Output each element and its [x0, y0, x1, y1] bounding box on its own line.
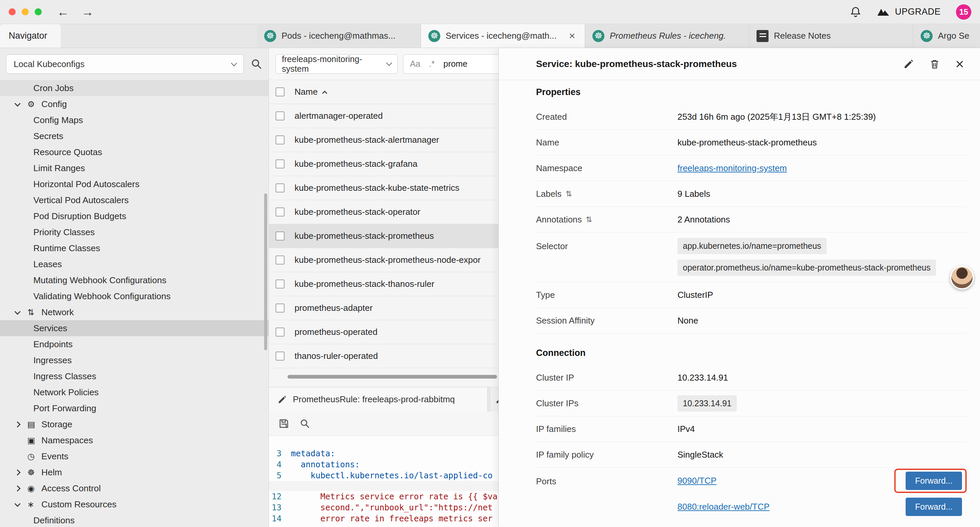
- row-checkbox[interactable]: [275, 255, 285, 264]
- save-icon[interactable]: [278, 418, 290, 429]
- row-checkbox[interactable]: [275, 207, 285, 217]
- upgrade-button[interactable]: UPGRADE: [877, 7, 941, 17]
- sidebar-tree-item[interactable]: Pod Disruption Budgets: [0, 208, 269, 224]
- port-link[interactable]: 9090/TCP: [678, 476, 716, 486]
- sidebar-tree-item[interactable]: ☸ Helm: [0, 464, 269, 480]
- labels-row: Labels ⇅ 9 Labels: [536, 181, 967, 207]
- edit-icon[interactable]: [903, 59, 914, 69]
- row-checkbox[interactable]: [275, 159, 285, 169]
- sidebar-tree-item[interactable]: Mutating Webhook Configurations: [0, 272, 269, 288]
- annotations-label: Annotations: [536, 215, 582, 225]
- tab[interactable]: Release Notes: [749, 24, 913, 48]
- namespace-filter-dropdown[interactable]: freeleaps-monitoring-system: [275, 54, 398, 74]
- sidebar-tree-item[interactable]: Secrets: [0, 128, 269, 144]
- mountains-icon: [877, 7, 889, 17]
- type-value: ClusterIP: [678, 290, 967, 300]
- sidebar-tree-item[interactable]: ◷ Events: [0, 448, 269, 464]
- sidebar-tree-item[interactable]: ⇅ Network: [0, 304, 269, 320]
- kubeconfig-selector[interactable]: Local Kubeconfigs: [6, 54, 244, 74]
- sidebar-tree-item[interactable]: ∗ Custom Resources: [0, 496, 269, 512]
- row-checkbox[interactable]: [275, 280, 285, 288]
- namespace-link[interactable]: freeleaps-monitoring-system: [678, 163, 787, 173]
- expand-collapse-icon[interactable]: ⇅: [566, 189, 572, 199]
- row-checkbox[interactable]: [275, 111, 285, 120]
- tab[interactable]: Prometheus Rules - icecheng...: [585, 24, 749, 48]
- editor-search-icon[interactable]: [299, 418, 310, 429]
- close-window-button[interactable]: [9, 8, 16, 15]
- sidebar-tree-item[interactable]: Config Maps: [0, 112, 269, 128]
- sidebar-tree-item[interactable]: Cron Jobs: [0, 80, 269, 96]
- tab[interactable]: Services - icecheng@math... ×: [421, 24, 585, 48]
- expand-collapse-icon[interactable]: ⇅: [586, 215, 592, 224]
- regex-toggle[interactable]: .*: [429, 59, 434, 69]
- annotations-value: 2 Annotations: [678, 215, 967, 225]
- sidebar-scrollbar[interactable]: [264, 193, 267, 350]
- account-count-badge[interactable]: 15: [956, 4, 971, 20]
- search-input[interactable]: prome: [443, 59, 467, 69]
- forward-button[interactable]: Forward...: [905, 498, 962, 516]
- annotation-highlight-box: Forward...: [894, 495, 967, 519]
- tab[interactable]: Pods - icecheng@mathmas...: [257, 24, 421, 48]
- sidebar-tree-item[interactable]: Validating Webhook Configurations: [0, 288, 269, 304]
- created-label: Created: [536, 112, 678, 122]
- back-button[interactable]: ←: [56, 5, 70, 19]
- line-number: 3: [269, 448, 291, 459]
- name-column-header[interactable]: Name: [294, 87, 318, 97]
- floating-avatar[interactable]: [950, 266, 974, 290]
- select-all-checkbox[interactable]: [275, 88, 285, 96]
- tab-label: Release Notes: [774, 31, 889, 41]
- sidebar-search-icon[interactable]: [250, 58, 262, 70]
- notifications-bell-icon[interactable]: [850, 6, 862, 18]
- window-controls: [9, 8, 42, 15]
- sidebar-tree-item[interactable]: ◉ Access Control: [0, 480, 269, 496]
- horizontal-scrollbar[interactable]: [288, 375, 497, 379]
- sidebar-tree-item[interactable]: ⚙ Config: [0, 96, 269, 112]
- close-icon[interactable]: ×: [955, 57, 964, 72]
- row-checkbox[interactable]: [275, 304, 285, 312]
- navigator-tab[interactable]: Navigator: [0, 24, 61, 48]
- match-case-toggle[interactable]: Aa: [410, 59, 420, 69]
- sidebar-tree-item[interactable]: ▣ Namespaces: [0, 432, 269, 448]
- trash-icon[interactable]: [929, 59, 940, 69]
- sidebar-tree-item[interactable]: Ingress Classes: [0, 368, 269, 384]
- annotation-highlight-box: Forward...: [894, 469, 967, 493]
- row-checkbox[interactable]: [275, 328, 285, 336]
- service-name: alertmanager-operated: [294, 111, 383, 121]
- sidebar-tree-item[interactable]: Leases: [0, 256, 269, 272]
- row-checkbox[interactable]: [275, 231, 285, 240]
- service-name: kube-prometheus-stack-grafana: [294, 159, 418, 169]
- tab-label: Prometheus Rules - icecheng...: [610, 31, 725, 41]
- sidebar-tree-item[interactable]: Ingresses: [0, 352, 269, 368]
- name-value: kube-prometheus-stack-prometheus: [678, 137, 967, 148]
- zoom-window-button[interactable]: [35, 8, 42, 15]
- drawer-actions: ×: [903, 57, 964, 72]
- sidebar-tree-item[interactable]: Resource Quotas: [0, 144, 269, 160]
- line-number: 12: [269, 491, 291, 502]
- sidebar-tree-item[interactable]: ▤ Storage: [0, 416, 269, 432]
- sidebar-tree-item[interactable]: Endpoints: [0, 336, 269, 352]
- tab-close-icon[interactable]: ×: [567, 30, 578, 42]
- titlebar-right: UPGRADE 15: [850, 4, 971, 20]
- line-number: 4: [269, 459, 291, 470]
- sidebar-tree-item[interactable]: Runtime Classes: [0, 240, 269, 256]
- tree-item-label: Limit Ranges: [33, 163, 85, 174]
- sidebar-tree-item[interactable]: Priority Classes: [0, 224, 269, 240]
- editor-tab[interactable]: PrometheusRule: freeleaps-prod-rabbitmq: [269, 387, 488, 412]
- forward-button[interactable]: Forward...: [905, 471, 962, 490]
- sidebar-tree-item[interactable]: Port Forwarding: [0, 400, 269, 416]
- row-checkbox[interactable]: [275, 352, 285, 361]
- sidebar-tree-item[interactable]: Vertical Pod Autoscalers: [0, 192, 269, 208]
- ip-families-label: IP families: [536, 424, 678, 434]
- type-row: Type ClusterIP: [536, 282, 967, 308]
- sidebar-tree-item[interactable]: Services: [0, 320, 269, 336]
- sidebar-tree-item[interactable]: Network Policies: [0, 384, 269, 400]
- sidebar-tree-item[interactable]: Limit Ranges: [0, 160, 269, 176]
- sidebar-tree-item[interactable]: Horizontal Pod Autoscalers: [0, 176, 269, 192]
- row-checkbox[interactable]: [275, 135, 285, 145]
- row-checkbox[interactable]: [275, 183, 285, 193]
- forward-button[interactable]: →: [80, 5, 95, 19]
- port-link[interactable]: 8080:reloader-web/TCP: [678, 502, 770, 512]
- sidebar-tree-item[interactable]: Definitions: [0, 512, 269, 527]
- tab[interactable]: Argo Se: [913, 24, 980, 48]
- minimize-window-button[interactable]: [22, 8, 29, 15]
